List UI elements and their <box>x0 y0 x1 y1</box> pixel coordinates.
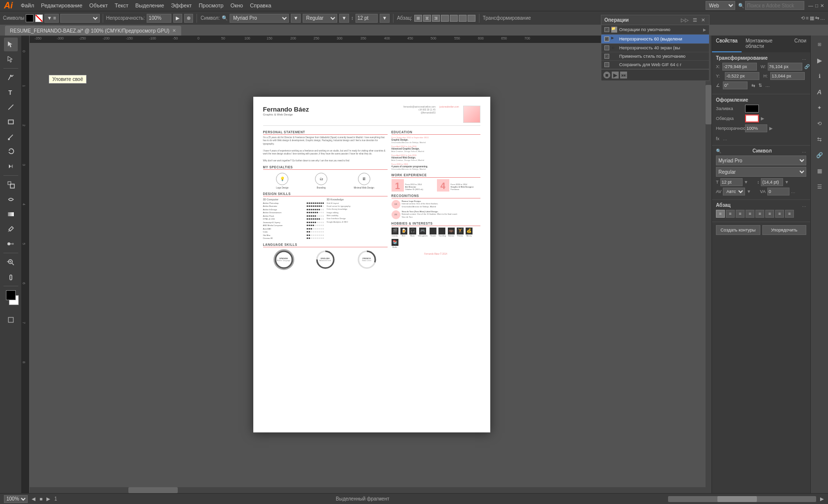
scrollbar-bottom[interactable] <box>668 496 816 502</box>
flip-v-icon[interactable]: ⇅ <box>758 83 762 88</box>
menu-window[interactable]: Окно <box>228 1 246 9</box>
stroke-options-btn[interactable]: ▼ ≡ <box>44 14 59 23</box>
transform-btn4[interactable]: ⇆ <box>815 15 819 21</box>
transform-btn3[interactable]: ▦ <box>810 15 814 21</box>
scrollbar-horizontal[interactable] <box>30 487 711 493</box>
appearance-more[interactable]: … <box>723 136 727 141</box>
para-align-right[interactable]: ≡ <box>736 210 745 218</box>
stroke-width-select[interactable] <box>60 14 100 23</box>
ops-item-3[interactable]: ✓ Применить стиль по умолчанию <box>601 52 709 61</box>
document-canvas[interactable]: Fernando Báez Graphic & Web Design ferna… <box>32 45 711 483</box>
font-style-arrow[interactable]: ▼ <box>339 14 349 23</box>
far-right-play-btn[interactable]: ▶ <box>813 53 827 67</box>
ops-play-btn[interactable]: ▶ <box>612 72 619 78</box>
h-input[interactable] <box>770 72 805 80</box>
far-right-menu-btn[interactable]: ☰ <box>813 180 827 194</box>
stroke-swatch[interactable] <box>745 115 759 122</box>
doc-tab[interactable]: RESUME_FERNANDO-BAEZ.ai* @ 100% (CMYK/Пр… <box>5 26 181 36</box>
far-right-rotate-btn[interactable]: ⟲ <box>813 116 827 130</box>
align-center-btn[interactable] <box>423 15 431 22</box>
eyedropper-tool[interactable] <box>4 222 18 236</box>
prop-tab-layers[interactable]: Слои <box>790 36 810 52</box>
font-more[interactable]: … <box>802 149 806 154</box>
transform-btn2[interactable]: ≡ <box>806 15 809 21</box>
pen-tool[interactable] <box>4 71 18 84</box>
stroke-arrow[interactable]: ▶ <box>761 116 764 121</box>
transform-btn1[interactable]: ⟲ <box>801 15 805 21</box>
x-input[interactable] <box>722 63 757 71</box>
status-arrow-right[interactable]: ▶ <box>820 496 824 502</box>
opacity-input[interactable] <box>147 14 171 23</box>
menu-file[interactable]: Файл <box>18 1 37 9</box>
font-size-prop-input[interactable] <box>720 178 743 186</box>
ops-close[interactable]: ✕ <box>700 17 706 23</box>
transform-more2[interactable]: … <box>765 83 770 88</box>
align-justify3-btn[interactable] <box>459 15 467 22</box>
font-size-arrow[interactable]: ▼ <box>380 14 390 23</box>
font-style-select[interactable]: Regular <box>716 167 806 177</box>
font-name-select[interactable]: Myriad Pro <box>716 155 806 165</box>
ops-expand-0[interactable]: ▶ <box>703 28 706 32</box>
stroke-color-swatch[interactable] <box>35 14 43 22</box>
nav-prev[interactable]: ◀ <box>32 496 36 502</box>
arrange-btn[interactable]: Упорядочить <box>762 225 807 235</box>
flip-h-icon[interactable]: ⇆ <box>751 83 755 88</box>
far-right-link-btn[interactable]: 🔗 <box>813 148 827 162</box>
direct-select-tool[interactable] <box>4 52 18 66</box>
scale-tool[interactable] <box>4 178 18 192</box>
align-justify-btn[interactable] <box>441 15 449 22</box>
para-justify3[interactable]: ≡ <box>765 210 774 218</box>
foreground-color[interactable] <box>6 290 16 300</box>
create-outlines-btn[interactable]: Создать контуры <box>716 225 760 235</box>
font-size-input[interactable] <box>355 14 378 23</box>
lock-icon[interactable]: 🔗 <box>804 64 810 69</box>
font-family-select-tb[interactable]: Myriad Pro <box>230 14 289 23</box>
far-right-type-btn[interactable]: A <box>813 85 827 99</box>
ops-expand-all[interactable]: ▷▷ <box>680 17 690 23</box>
far-right-swap-btn[interactable]: ⇆ <box>813 132 827 146</box>
stock-search[interactable] <box>745 1 804 10</box>
menu-text[interactable]: Текст <box>112 1 131 9</box>
ops-item-4[interactable]: Сохранить для Web GIF 64 с г <box>601 61 709 69</box>
ops-item-2[interactable]: 👁 Непрозрачность 40 экран (вы <box>601 44 709 52</box>
zoom-select[interactable]: 100% <box>4 495 28 503</box>
ops-check-0[interactable]: ✓ <box>604 27 609 32</box>
fill-color-swatch[interactable] <box>26 14 34 22</box>
prop-tab-properties[interactable]: Свойства <box>712 36 742 52</box>
leading-input[interactable] <box>761 178 783 186</box>
ops-step-btn[interactable]: ⏭ <box>620 72 627 78</box>
far-right-properties-btn[interactable]: ⊞ <box>813 38 827 51</box>
opacity-globe-btn[interactable]: ⊕ <box>184 14 193 23</box>
fill-swatch[interactable] <box>745 105 759 113</box>
align-left-btn[interactable] <box>414 15 422 22</box>
prop-tab-artboards[interactable]: Монтажные области <box>742 36 790 52</box>
para-justify[interactable]: ≡ <box>746 210 754 218</box>
ops-item-0[interactable]: ✓ 📁 Операции по умолчанию ▶ <box>601 25 709 35</box>
kerning-input[interactable] <box>767 188 789 195</box>
gradient-tool[interactable] <box>4 207 18 221</box>
nav-stop[interactable]: ■ <box>39 496 42 502</box>
select-tool[interactable] <box>4 38 18 51</box>
para-align-left[interactable]: ≡ <box>716 210 725 218</box>
brush-tool[interactable] <box>4 130 18 144</box>
more-options-btn[interactable]: … <box>820 15 825 21</box>
align-justify2-btn[interactable] <box>450 15 458 22</box>
font-family-arrow[interactable]: ▼ <box>291 14 301 23</box>
menu-object[interactable]: Объект <box>86 1 111 9</box>
far-right-star-btn[interactable]: ✦ <box>813 101 827 115</box>
angle-input[interactable] <box>723 81 748 89</box>
doc-tab-close[interactable]: ✕ <box>172 28 176 33</box>
para-justify4[interactable]: ≡ <box>775 210 784 218</box>
align-justify4-btn[interactable] <box>468 15 475 22</box>
ops-check-3[interactable]: ✓ <box>604 54 609 59</box>
line-tool[interactable] <box>4 100 18 114</box>
ops-check-4[interactable] <box>604 62 609 67</box>
hand-tool[interactable] <box>4 270 18 284</box>
tracking-select[interactable]: Авто <box>723 188 745 195</box>
ops-item-1[interactable]: ✓ ▶ Непрозрачность 60 (выделени <box>601 35 709 44</box>
ops-menu[interactable]: ☰ <box>692 17 698 23</box>
resume-document[interactable]: Fernando Báez Graphic & Web Design ferna… <box>253 97 490 432</box>
rect-tool[interactable] <box>4 115 18 129</box>
para-align-center[interactable]: ≡ <box>726 210 735 218</box>
font-more2[interactable]: … <box>791 189 795 194</box>
